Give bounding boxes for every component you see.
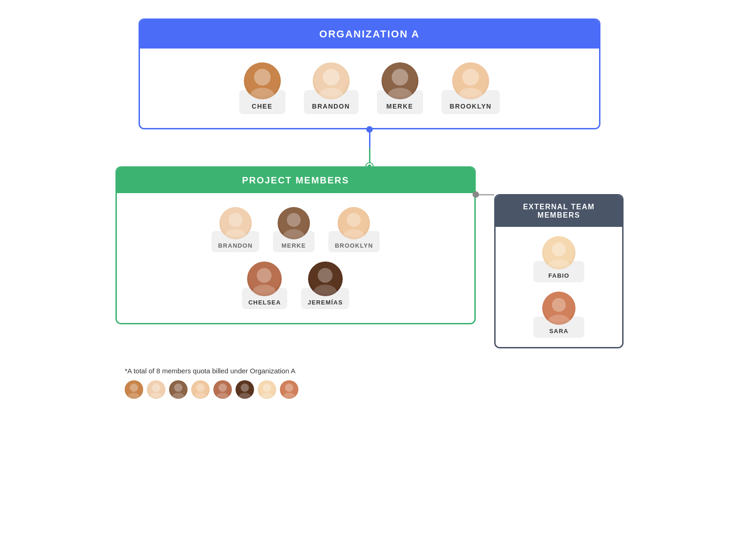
proj-card-merke: MERKE xyxy=(273,207,315,252)
footer: *A total of 8 members quota billed under… xyxy=(115,367,624,399)
svg-point-33 xyxy=(238,393,251,399)
vertical-connector xyxy=(92,129,647,166)
ext-avatar-sara xyxy=(542,292,575,325)
proj-avatar-chelsea xyxy=(247,262,282,296)
person-card-brandon: BRANDON xyxy=(304,62,358,114)
org-body: CHEE BRANDON MERKE xyxy=(140,49,599,128)
svg-point-37 xyxy=(283,393,296,399)
external-body: FABIO SARA xyxy=(496,227,622,347)
svg-point-30 xyxy=(218,383,227,392)
ext-card-fabio: FABIO xyxy=(533,236,584,282)
avatar-merke xyxy=(382,62,418,99)
org-header: ORGANIZATION A xyxy=(140,20,599,49)
svg-point-18 xyxy=(552,243,566,256)
proj-avatar-merke xyxy=(278,207,310,239)
lower-section: PROJECT MEMBERS BRANDON MERKE xyxy=(115,166,624,348)
external-title: EXTERNAL TEAM MEMBERS xyxy=(523,203,594,219)
svg-point-2 xyxy=(323,69,339,85)
footer-avatar-0 xyxy=(125,380,143,399)
ext-card-sara: SARA xyxy=(533,292,584,338)
svg-point-31 xyxy=(216,393,229,399)
h-connector-dot xyxy=(472,191,479,198)
project-title: PROJECT MEMBERS xyxy=(242,175,349,185)
footer-avatar-5 xyxy=(236,380,254,399)
svg-point-27 xyxy=(172,393,185,399)
h-connector-wrap xyxy=(476,194,494,195)
svg-point-28 xyxy=(196,383,205,392)
project-box: PROJECT MEMBERS BRANDON MERKE xyxy=(115,166,476,324)
svg-point-20 xyxy=(552,298,566,312)
svg-point-29 xyxy=(194,393,207,399)
footer-avatar-6 xyxy=(258,380,276,399)
avatar-brooklyn xyxy=(452,62,489,99)
avatar-chee xyxy=(244,62,281,99)
footer-avatar-7 xyxy=(280,380,298,399)
ext-avatar-fabio xyxy=(542,236,575,269)
footer-note: *A total of 8 members quota billed under… xyxy=(125,367,624,375)
avatar-svg-chee xyxy=(244,62,281,99)
external-header: EXTERNAL TEAM MEMBERS xyxy=(496,195,622,227)
svg-point-34 xyxy=(263,383,271,392)
project-body: BRANDON MERKE BROOKLYN xyxy=(117,193,474,323)
project-row-2: CHELSEA JEREMÍAS xyxy=(131,262,460,309)
org-title: ORGANIZATION A xyxy=(319,28,419,40)
project-row-1: BRANDON MERKE BROOKLYN xyxy=(131,207,460,252)
svg-point-6 xyxy=(462,69,479,85)
proj-card-brandon: BRANDON xyxy=(212,207,259,252)
svg-point-4 xyxy=(392,69,408,85)
footer-avatar-3 xyxy=(191,380,210,399)
avatar-svg-merke xyxy=(382,62,418,99)
proj-card-chelsea: CHELSEA xyxy=(242,262,288,309)
proj-avatar-jeremías xyxy=(308,262,343,296)
external-box: EXTERNAL TEAM MEMBERS FABIO SARA xyxy=(494,194,624,348)
svg-point-32 xyxy=(241,383,249,392)
svg-point-25 xyxy=(150,393,163,399)
person-card-brooklyn: BROOKLYN xyxy=(442,62,500,114)
svg-point-24 xyxy=(152,383,160,392)
svg-point-8 xyxy=(229,213,242,227)
footer-avatar-1 xyxy=(147,380,165,399)
svg-point-16 xyxy=(318,268,333,283)
person-card-chee: CHEE xyxy=(239,62,285,114)
svg-point-26 xyxy=(174,383,182,392)
proj-avatar-brooklyn xyxy=(338,207,370,239)
proj-card-jeremías: JEREMÍAS xyxy=(301,262,349,309)
svg-point-36 xyxy=(285,383,293,392)
footer-avatar-2 xyxy=(169,380,188,399)
avatar-svg-brooklyn xyxy=(452,62,489,99)
svg-point-22 xyxy=(130,383,138,392)
page-container: ORGANIZATION A CHEE BRANDON xyxy=(92,18,647,399)
svg-point-10 xyxy=(287,213,301,227)
project-header: PROJECT MEMBERS xyxy=(117,168,474,193)
avatar-brandon xyxy=(313,62,350,99)
svg-point-0 xyxy=(254,69,271,85)
footer-avatar-4 xyxy=(213,380,232,399)
h-connector-line xyxy=(476,194,494,195)
connector-dot-top xyxy=(366,126,373,133)
proj-card-brooklyn: BROOKLYN xyxy=(328,207,380,252)
person-card-merke: MERKE xyxy=(377,62,423,114)
proj-avatar-brandon xyxy=(219,207,252,239)
svg-point-14 xyxy=(257,268,272,283)
svg-point-35 xyxy=(260,393,273,399)
footer-avatars xyxy=(125,380,624,399)
svg-point-12 xyxy=(347,213,361,227)
avatar-svg-brandon xyxy=(313,62,350,99)
org-box: ORGANIZATION A CHEE BRANDON xyxy=(139,18,600,129)
svg-point-23 xyxy=(127,393,140,399)
